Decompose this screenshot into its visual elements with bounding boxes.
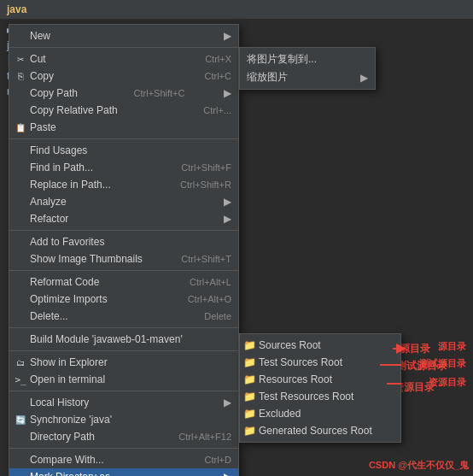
- delete-shortcut: Delete: [187, 311, 231, 321]
- show-image-thumbnails-shortcut: Ctrl+Shift+T: [164, 254, 231, 264]
- test-sources-root-label: Test Sources Root: [259, 356, 342, 368]
- resize-image-arrow: ▶: [360, 72, 368, 84]
- show-image-thumbnails-label: Show Image Thumbnails: [30, 253, 143, 265]
- separator-4: [9, 270, 238, 271]
- paste-icon: 📋: [15, 121, 26, 133]
- menu-item-open-in-terminal[interactable]: >_ Open in terminal: [9, 371, 238, 388]
- menu-item-reformat-code[interactable]: Reformat Code Ctrl+Alt+L: [9, 273, 238, 291]
- separator-6: [9, 350, 238, 351]
- find-usages-label: Find Usages: [30, 144, 87, 156]
- submenu-sources-root[interactable]: 📁 Sources Root: [240, 337, 400, 354]
- open-in-terminal-icon: >_: [15, 373, 26, 385]
- menu-item-cut[interactable]: ✂ Cut Ctrl+X: [9, 50, 238, 68]
- annotation-sources-root: 源目录: [400, 342, 430, 356]
- copy-icon: ⎘: [15, 70, 26, 82]
- reformat-code-label: Reformat Code: [30, 276, 99, 288]
- cut-label: Cut: [30, 53, 46, 65]
- menu-item-new[interactable]: New ▶: [9, 27, 238, 44]
- menu-item-compare-with[interactable]: Compare With... Ctrl+D: [9, 451, 238, 468]
- new-arrow: ▶: [224, 30, 231, 42]
- menu-item-mark-directory-as[interactable]: Mark Directory as ▶: [9, 468, 238, 476]
- menu-item-add-to-favorites[interactable]: Add to Favorites: [9, 233, 238, 250]
- submenu-copy-image[interactable]: 将图片复制到...: [240, 50, 375, 68]
- local-history-arrow: ▶: [224, 397, 231, 408]
- find-in-path-label: Find in Path...: [30, 162, 93, 173]
- menu-item-paste[interactable]: 📋 Paste: [9, 119, 238, 136]
- mark-directory-submenu: 📁 Sources Root 📁 Test Sources Root 📁 Res…: [239, 333, 401, 443]
- delete-label: Delete...: [30, 310, 68, 322]
- submenu-test-sources-root[interactable]: 📁 Test Sources Root: [240, 354, 400, 371]
- replace-in-path-label: Replace in Path...: [30, 179, 111, 191]
- refactor-label: Refactor: [30, 213, 68, 225]
- submenu-excluded[interactable]: 📁 Excluded: [240, 405, 400, 422]
- separator-1: [9, 47, 238, 48]
- menu-item-copy-path[interactable]: Copy Path Ctrl+Shift+C ▶: [9, 85, 238, 102]
- test-sources-root-icon: 📁: [243, 356, 255, 368]
- annotation-resources-text: 资源目录: [429, 376, 466, 389]
- menu-item-build-module[interactable]: Build Module 'javaweb-01-maven': [9, 331, 238, 348]
- menu-item-copy-relative-path[interactable]: Copy Relative Path Ctrl+...: [9, 102, 238, 119]
- submenu-resize-image[interactable]: 缩放图片 ▶: [240, 68, 375, 86]
- generated-sources-root-icon: 📁: [243, 425, 255, 437]
- submenu-test-resources-root[interactable]: 📁 Test Resources Root: [240, 388, 400, 405]
- optimize-imports-shortcut: Ctrl+Alt+O: [171, 294, 231, 304]
- excluded-label: Excluded: [259, 408, 301, 420]
- copy-path-label: Copy Path: [30, 87, 78, 99]
- analyze-arrow: ▶: [224, 196, 231, 208]
- add-to-favorites-label: Add to Favorites: [30, 236, 104, 248]
- excluded-icon: 📁: [243, 408, 255, 420]
- menu-item-synchronize-java[interactable]: 🔄 Synchronize 'java': [9, 411, 238, 428]
- build-module-label: Build Module 'javaweb-01-maven': [30, 333, 183, 345]
- menu-item-replace-in-path[interactable]: Replace in Path... Ctrl+Shift+R: [9, 176, 238, 193]
- menu-item-refactor[interactable]: Refactor ▶: [9, 210, 238, 227]
- copy-path-shortcut: Ctrl+Shift+C: [117, 88, 185, 98]
- compare-with-shortcut: Ctrl+D: [188, 455, 231, 465]
- test-resources-root-icon: 📁: [243, 391, 255, 403]
- annotation-test-sources-text: 测试源目录: [419, 357, 466, 370]
- show-in-explorer-icon: 🗂: [15, 356, 26, 368]
- directory-path-label: Directory Path: [30, 431, 95, 443]
- analyze-label: Analyze: [30, 196, 67, 208]
- annotation-sources-text: 源目录: [438, 340, 466, 353]
- find-in-path-shortcut: Ctrl+Shift+F: [164, 162, 231, 173]
- menu-item-analyze[interactable]: Analyze ▶: [9, 193, 238, 210]
- mark-directory-as-arrow: ▶: [224, 471, 231, 476]
- separator-7: [9, 391, 238, 391]
- menu-item-find-in-path[interactable]: Find in Path... Ctrl+Shift+F: [9, 159, 238, 176]
- copy-relative-path-shortcut: Ctrl+...: [186, 105, 231, 115]
- refactor-arrow: ▶: [224, 213, 231, 225]
- generated-sources-root-label: Generated Sources Root: [259, 425, 372, 437]
- resources-root-icon: 📁: [243, 373, 255, 385]
- menu-item-find-usages[interactable]: Find Usages: [9, 142, 238, 159]
- sources-root-icon: 📁: [243, 339, 255, 351]
- open-in-terminal-label: Open in terminal: [30, 373, 105, 385]
- directory-path-shortcut: Ctrl+Alt+F12: [161, 432, 231, 442]
- mark-directory-as-label: Mark Directory as: [30, 471, 110, 476]
- menu-item-local-history[interactable]: Local History ▶: [9, 394, 238, 411]
- menu-item-directory-path[interactable]: Directory Path Ctrl+Alt+F12: [9, 428, 238, 445]
- menu-item-delete[interactable]: Delete... Delete: [9, 308, 238, 325]
- submenu-generated-sources-root[interactable]: 📁 Generated Sources Root: [240, 422, 400, 439]
- optimize-imports-label: Optimize Imports: [30, 293, 108, 305]
- topbar-title: java: [7, 3, 26, 15]
- menu-item-show-image-thumbnails[interactable]: Show Image Thumbnails Ctrl+Shift+T: [9, 250, 238, 267]
- copy-path-arrow: ▶: [224, 87, 231, 99]
- submenu-resources-root[interactable]: 📁 Resources Root: [240, 371, 400, 388]
- test-resources-root-label: Test Resources Root: [259, 391, 353, 403]
- context-menu: New ▶ ✂ Cut Ctrl+X ⎘ Copy Ctrl+C Copy Pa…: [9, 24, 239, 476]
- separator-3: [9, 230, 238, 231]
- menu-item-copy[interactable]: ⎘ Copy Ctrl+C: [9, 68, 238, 85]
- ide-topbar: java: [0, 0, 473, 19]
- copy-path-submenu: 将图片复制到... 缩放图片 ▶: [239, 47, 376, 90]
- sources-root-label: Sources Root: [259, 339, 321, 351]
- synchronize-icon: 🔄: [15, 414, 26, 426]
- local-history-label: Local History: [30, 397, 89, 408]
- new-label: New: [30, 30, 50, 42]
- resources-root-label: Resources Root: [259, 373, 332, 385]
- menu-item-optimize-imports[interactable]: Optimize Imports Ctrl+Alt+O: [9, 291, 238, 308]
- copy-shortcut: Ctrl+C: [188, 71, 231, 81]
- watermark: CSDN @代生不仅仅_鬼: [369, 459, 469, 472]
- menu-item-show-in-explorer[interactable]: 🗂 Show in Explorer: [9, 354, 238, 371]
- separator-8: [9, 448, 238, 449]
- show-in-explorer-label: Show in Explorer: [30, 356, 108, 368]
